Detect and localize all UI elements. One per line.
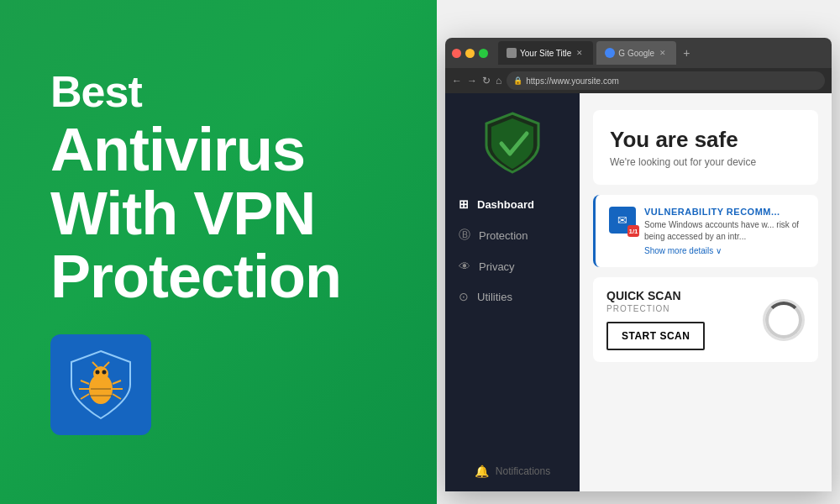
quick-scan-card: QUICK SCAN PROTECTION START SCAN xyxy=(593,277,818,362)
home-button[interactable]: ⌂ xyxy=(496,75,501,87)
headline-protection: Protection xyxy=(50,243,341,310)
headline-with-vpn: With VPN xyxy=(50,180,315,247)
tab-close-icon[interactable]: ✕ xyxy=(575,48,585,58)
safe-title: You are safe xyxy=(610,127,801,153)
nav-label-notifications: Notifications xyxy=(496,465,550,477)
scan-ring-visual xyxy=(765,302,802,339)
scan-sublabel: PROTECTION xyxy=(606,304,705,313)
tab-favicon xyxy=(507,48,517,58)
address-bar: ← → ↻ ⌂ 🔒 https://www.yoursite.com xyxy=(445,68,832,93)
tab-favicon-2 xyxy=(605,48,615,58)
minimize-button[interactable] xyxy=(465,49,475,58)
nav-label-privacy: Privacy xyxy=(479,260,515,273)
safe-subtitle: We're looking out for your device xyxy=(610,156,801,168)
main-headline: Best Antivirus With VPN Protection xyxy=(50,69,395,308)
notifications-icon: 🔔 xyxy=(475,465,489,478)
tab-active[interactable]: Your Site Title ✕ xyxy=(498,41,593,65)
dashboard-icon: ⊞ xyxy=(459,197,469,211)
shield-bug-icon xyxy=(67,347,134,423)
svg-point-3 xyxy=(102,370,107,374)
vulnerability-info: VULNERABILITY RECOMM... Some Windows acc… xyxy=(644,207,805,255)
vulnerability-card: ✉ 1/1 VULNERABILITY RECOMM... Some Windo… xyxy=(593,195,818,267)
sidebar-item-privacy[interactable]: 👁 Privacy xyxy=(445,251,580,281)
lock-icon: 🔒 xyxy=(513,76,522,85)
vulnerability-badge: ✉ 1/1 xyxy=(609,207,636,234)
back-button[interactable]: ← xyxy=(452,75,462,87)
safe-header-card: You are safe We're looking out for your … xyxy=(593,110,818,185)
svg-point-2 xyxy=(96,370,100,374)
url-box[interactable]: 🔒 https://www.yoursite.com xyxy=(507,71,825,90)
tab-title-2: G Google xyxy=(618,49,654,58)
antivirus-logo xyxy=(483,110,542,176)
browser-content: ⊞ Dashboard Ⓑ Protection 👁 Privacy ⊙ xyxy=(445,93,832,491)
vulnerability-description: Some Windows accounts have w... risk of … xyxy=(644,219,805,243)
tab-title: Your Site Title xyxy=(520,49,571,58)
nav-items: ⊞ Dashboard Ⓑ Protection 👁 Privacy ⊙ xyxy=(445,189,580,312)
app-main-content: You are safe We're looking out for your … xyxy=(580,93,832,491)
vulnerability-count: 1/1 xyxy=(627,225,639,237)
sidebar-item-utilities[interactable]: ⊙ Utilities xyxy=(445,281,580,312)
scan-progress-ring xyxy=(763,299,805,341)
refresh-button[interactable]: ↻ xyxy=(482,75,491,87)
right-section: Your Site Title ✕ G Google ✕ + ← → ↻ ⌂ 🔒 xyxy=(437,0,840,504)
traffic-lights xyxy=(452,49,488,58)
sidebar-item-dashboard[interactable]: ⊞ Dashboard xyxy=(445,189,580,219)
headline-best: Best xyxy=(50,69,395,115)
nav-label-dashboard: Dashboard xyxy=(477,198,534,211)
vulnerability-title: VULNERABILITY RECOMM... xyxy=(644,207,805,217)
sidebar-item-protection[interactable]: Ⓑ Protection xyxy=(445,219,580,251)
nav-label-utilities: Utilities xyxy=(477,291,512,303)
new-tab-button[interactable]: + xyxy=(683,46,690,60)
tab-close-icon-2[interactable]: ✕ xyxy=(658,48,668,58)
nav-label-protection: Protection xyxy=(479,229,528,242)
close-button[interactable] xyxy=(452,49,461,58)
nav-bottom-notifications[interactable]: 🔔 Notifications xyxy=(461,451,564,491)
app-sidebar: ⊞ Dashboard Ⓑ Protection 👁 Privacy ⊙ xyxy=(445,93,580,491)
forward-button[interactable]: → xyxy=(467,75,477,87)
maximize-button[interactable] xyxy=(479,49,488,58)
vulnerability-header: ✉ 1/1 VULNERABILITY RECOMM... Some Windo… xyxy=(609,207,805,255)
browser-chrome: Your Site Title ✕ G Google ✕ + xyxy=(445,38,832,68)
url-text: https://www.yoursite.com xyxy=(526,76,619,86)
scan-info: QUICK SCAN PROTECTION START SCAN xyxy=(606,289,705,350)
page-container: Best Antivirus With VPN Protection xyxy=(0,0,840,504)
scan-label: QUICK SCAN xyxy=(606,289,705,302)
browser-window: Your Site Title ✕ G Google ✕ + ← → ↻ ⌂ 🔒 xyxy=(445,38,832,491)
vulnerability-link[interactable]: Show more details ∨ xyxy=(644,246,805,255)
left-section: Best Antivirus With VPN Protection xyxy=(0,0,437,504)
utilities-icon: ⊙ xyxy=(459,290,469,303)
badge-container xyxy=(50,334,151,435)
tab-google[interactable]: G Google ✕ xyxy=(596,41,676,65)
protection-icon: Ⓑ xyxy=(459,228,470,243)
privacy-icon: 👁 xyxy=(459,260,470,273)
start-scan-button[interactable]: START SCAN xyxy=(606,322,705,350)
headline-antivirus: Antivirus xyxy=(50,116,305,183)
svg-point-1 xyxy=(93,366,108,381)
